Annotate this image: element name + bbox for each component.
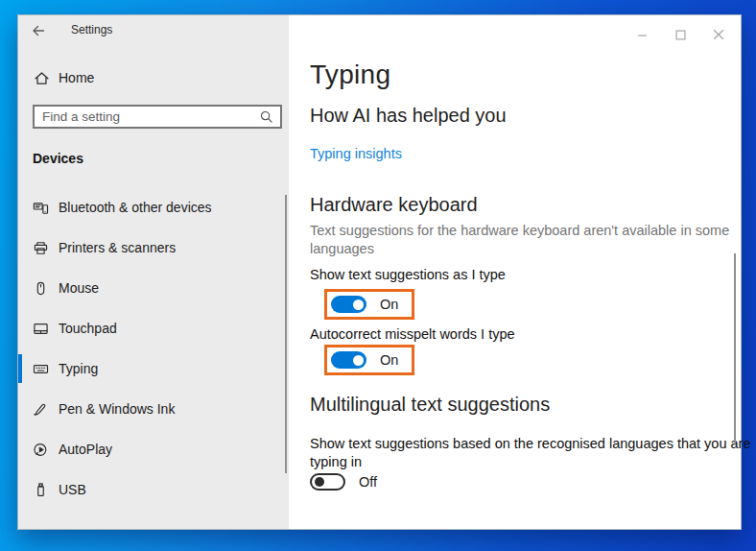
touchpad-icon [32,320,49,337]
ai-section-heading: How AI has helped you [310,105,507,127]
sidebar-item-printers[interactable]: Printers & scanners [18,228,289,268]
sidebar-item-home[interactable]: Home [18,60,289,95]
toggle-label-autocorrect: Autocorrect misspelt words I type [310,326,515,342]
highlight-annotation-1: On [324,289,414,320]
sidebar-item-typing[interactable]: Typing [18,348,289,389]
hardware-keyboard-heading: Hardware keyboard [310,194,478,216]
back-button[interactable] [26,18,51,43]
page-title: Typing [310,60,390,90]
back-arrow-icon [31,23,46,38]
sidebar-nav: Bluetooth & other devices Printers & sca… [18,187,289,510]
toggle-state-label: Off [359,474,377,490]
sidebar-item-mouse[interactable]: Mouse [18,268,289,308]
sidebar-item-label: Home [59,70,94,85]
sidebar-item-label: AutoPlay [59,442,112,457]
sidebar-section-devices: Devices [33,151,83,166]
sidebar-item-pen[interactable]: Pen & Windows Ink [18,389,289,429]
sidebar-item-autoplay[interactable]: AutoPlay [18,429,289,469]
sidebar-item-label: Touchpad [59,321,117,336]
highlight-annotation-2: On [324,345,414,375]
multilingual-toggle[interactable] [310,473,345,491]
window-caption-buttons [623,22,738,47]
keyboard-icon [32,360,49,377]
sidebar-item-label: USB [59,482,86,497]
desktop-background: { "colors": { "accent": "#0078d7", "high… [0,0,756,551]
sidebar-scrollbar-thumb[interactable] [285,195,287,473]
multilingual-heading: Multilingual text suggestions [310,394,550,416]
maximize-button[interactable] [661,22,699,47]
pen-icon [32,400,49,418]
sidebar-item-usb[interactable]: USB [18,469,289,510]
search-box [33,105,282,129]
settings-window: Settings Home Devices Bluetooth & other … [17,14,742,530]
mouse-icon [32,279,49,297]
minimize-button[interactable] [623,22,661,47]
search-icon [259,109,273,124]
home-icon [33,69,50,86]
typing-insights-link[interactable]: Typing insights [310,146,402,161]
toggle-state-label: On [380,352,398,368]
multilingual-description: Show text suggestions based on the recog… [310,435,756,471]
close-button[interactable] [699,22,738,47]
sidebar-item-label: Typing [59,361,98,376]
sidebar-item-bluetooth[interactable]: Bluetooth & other devices [18,187,289,228]
autoplay-icon [32,441,49,458]
main-scrollbar-thumb[interactable] [734,253,736,445]
sidebar-item-label: Mouse [59,280,99,296]
search-input[interactable] [42,109,259,124]
show-suggestions-toggle[interactable] [331,296,366,313]
sidebar-item-label: Printers & scanners [59,240,176,255]
maximize-icon [675,30,686,40]
usb-icon [32,481,49,498]
sidebar-item-label: Pen & Windows Ink [59,401,175,417]
sidebar: Settings Home Devices Bluetooth & other … [18,15,289,529]
printer-icon [32,239,49,256]
main-pane: Typing How AI has helped you Typing insi… [289,15,741,529]
window-title: Settings [71,23,112,36]
toggle-state-label: On [380,297,398,312]
sidebar-item-touchpad[interactable]: Touchpad [18,308,289,348]
hardware-keyboard-description: Text suggestions for the hardware keyboa… [310,222,756,258]
multilingual-toggle-row: Off [310,473,377,491]
sidebar-item-label: Bluetooth & other devices [59,200,212,215]
autocorrect-toggle[interactable] [331,351,366,369]
minimize-icon [637,30,648,40]
close-icon [713,29,724,40]
toggle-label-show-suggestions: Show text suggestions as I type [310,267,506,282]
bluetooth-devices-icon [32,199,49,216]
